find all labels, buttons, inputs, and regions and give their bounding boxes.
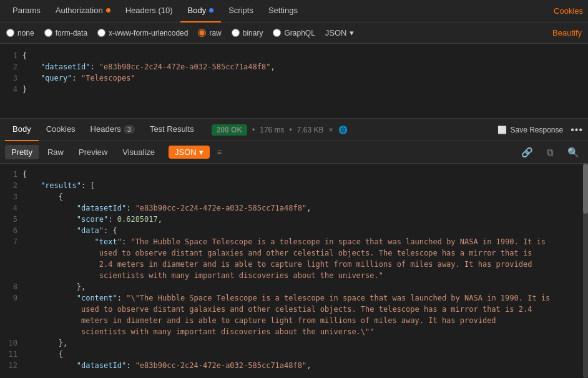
fmt-tab-pretty[interactable]: Pretty [5,145,39,159]
radio-none[interactable]: none [6,29,34,37]
request-line-numbers: 1 2 3 4 [0,44,22,118]
beautify-button[interactable]: Beautify [552,28,582,37]
top-tabs-bar: Params Authorization Headers (10) Body S… [0,0,588,22]
radio-form-data[interactable]: form-data [44,29,87,37]
response-actions: ⬜ Save Response ••• [497,124,583,136]
save-response-button[interactable]: ⬜ Save Response [497,126,563,134]
tab-headers[interactable]: Headers (10) [118,0,180,22]
request-code-content[interactable]: { "datasetId": "e83b90cc-2c24-472e-a032-… [22,44,588,118]
cookies-link[interactable]: Cookies [554,6,583,16]
search-icon-button[interactable]: 🔍 [564,146,583,159]
response-code-content[interactable]: { "results": [ { "datasetId": "e83b90cc-… [22,164,588,378]
tab-settings[interactable]: Settings [261,0,305,22]
response-line-numbers: 1 2 3 4 5 6 7 8 9 10 11 12 [0,164,22,378]
globe-icon: 🌐 [338,126,348,134]
tab-body[interactable]: Body [180,0,222,22]
body-options-row: none form-data x-www-form-urlencoded raw… [0,22,588,44]
fmt-tab-visualize[interactable]: Visualize [116,145,161,159]
resp-tab-test-results[interactable]: Test Results [142,119,202,141]
radio-raw[interactable]: raw [198,29,221,37]
request-code-area: 1 2 3 4 { "datasetId": "e83b90cc-2c24-47… [0,44,588,118]
resp-tab-cookies[interactable]: Cookies [39,119,83,141]
response-meta: 200 OK • 176 ms • 7.63 KB × 🌐 [212,124,348,136]
response-size: 7.63 KB [297,126,324,134]
request-body-editor: 1 2 3 4 { "datasetId": "e83b90cc-2c24-47… [0,44,588,119]
response-format-row: Pretty Raw Preview Visualize JSON ▾ ≡ 🔗 … [0,141,588,164]
response-json-dropdown[interactable]: JSON ▾ [169,146,210,159]
radio-binary[interactable]: binary [232,29,263,37]
tab-scripts[interactable]: Scripts [221,0,261,22]
response-format-actions: 🔗 ⧉ 🔍 [517,146,583,159]
save-icon: ⬜ [497,126,507,134]
copy-icon-button[interactable]: ⧉ [543,146,557,159]
resp-tab-body[interactable]: Body [5,119,39,141]
response-time: 176 ms [260,126,284,134]
body-dot [209,8,213,12]
link-icon-button[interactable]: 🔗 [517,146,537,159]
tab-params[interactable]: Params [5,0,48,22]
response-body-area: 1 2 3 4 5 6 7 8 9 10 11 12 { "results": … [0,164,588,378]
status-badge: 200 OK [212,124,247,136]
filter-icon[interactable]: ≡ [212,145,227,159]
radio-urlencoded[interactable]: x-www-form-urlencoded [97,29,188,37]
scrollbar-track[interactable] [583,164,588,378]
resp-tab-headers[interactable]: Headers 3 [83,119,142,141]
authorization-dot [106,8,110,12]
response-tabs-bar: Body Cookies Headers 3 Test Results 200 … [0,119,588,141]
tab-authorization[interactable]: Authorization [48,0,118,22]
more-options-button[interactable]: ••• [571,124,583,136]
scrollbar-thumb[interactable] [583,164,588,214]
fmt-tab-preview[interactable]: Preview [72,145,114,159]
radio-graphql[interactable]: GraphQL [273,29,315,37]
json-format-dropdown[interactable]: JSON ▾ [325,28,354,37]
fmt-tab-raw[interactable]: Raw [41,145,70,159]
